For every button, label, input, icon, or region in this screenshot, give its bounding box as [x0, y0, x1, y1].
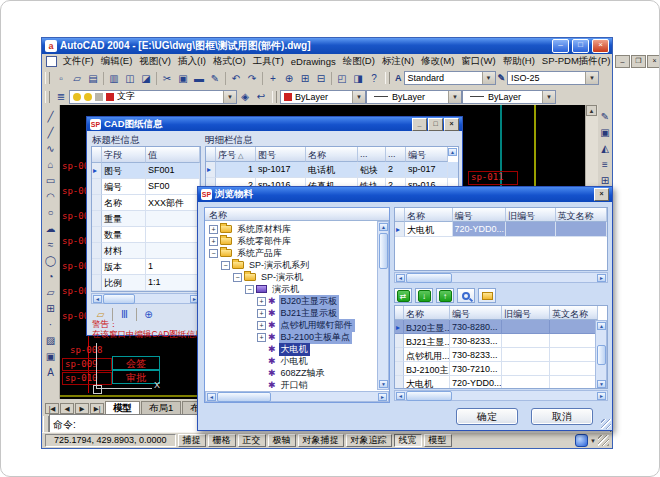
status-chevron-down-icon[interactable]: ▼ — [590, 438, 596, 444]
field-cell[interactable]: 重量 — [102, 211, 146, 227]
tree-item[interactable]: −SP-演示机 — [233, 271, 305, 283]
field-cell[interactable]: 编号 — [102, 179, 146, 195]
scroll-right-icon[interactable]: ► — [378, 393, 387, 401]
chevron-down-icon[interactable]: ▼ — [352, 91, 365, 103]
offset-button[interactable]: ≡ — [597, 156, 613, 172]
english-name-cell[interactable] — [550, 334, 598, 348]
snap-toggle[interactable]: 捕捉 — [178, 434, 206, 447]
menu-sp-pdm-plugin[interactable]: SP-PDM插件(P) — [538, 55, 614, 68]
new-button[interactable]: ▫ — [53, 70, 69, 86]
field-cell[interactable]: 材料 — [102, 243, 146, 259]
dialog-title-bar[interactable]: SP 浏览物料 × — [198, 187, 612, 202]
code-cell[interactable]: 730-8233... — [450, 348, 502, 362]
tree-item[interactable]: −系统产品库 — [209, 247, 284, 259]
code-cell[interactable]: sp-017 — [406, 162, 448, 178]
chevron-down-icon[interactable]: ▼ — [542, 91, 555, 103]
tab-model[interactable]: 模型 — [105, 401, 140, 414]
designcenter-button[interactable]: ◰ — [334, 70, 350, 86]
tree-item[interactable]: −演示机 — [245, 283, 301, 295]
insert-block-button[interactable]: ▱ — [43, 284, 59, 300]
menu-insert[interactable]: 插入(I) — [174, 55, 209, 68]
chevron-down-icon[interactable]: ▼ — [223, 91, 236, 103]
scroll-right-icon[interactable]: ► — [597, 392, 606, 400]
copy-button[interactable]: ▣ — [175, 70, 191, 86]
lineweight-combo[interactable]: ByLayer ▼ — [462, 90, 556, 104]
dialog-maximize-button[interactable]: □ — [428, 118, 443, 131]
title-block-hscrollbar[interactable]: ◄ ► — [91, 293, 201, 304]
maximize-button[interactable] — [572, 39, 589, 53]
code-cell[interactable]: 730-8233... — [450, 334, 502, 348]
tree-item[interactable]: +点钞机用螺钉部件 — [257, 319, 355, 331]
close-button[interactable] — [592, 39, 609, 53]
scroll-left-icon[interactable]: ◄ — [396, 274, 405, 282]
last-tab-button[interactable]: ▶| — [90, 403, 104, 414]
tree-item[interactable]: +系统原材料库 — [209, 223, 293, 235]
layer-combo[interactable]: 文字 ▼ — [69, 90, 237, 104]
child-minimize-button[interactable] — [615, 55, 630, 68]
column-header-old-code[interactable]: 旧编号 — [502, 306, 550, 320]
toolbar-grip[interactable] — [272, 91, 277, 103]
tree-hscrollbar[interactable]: ◄ ► — [205, 391, 389, 402]
selected-material-hscrollbar[interactable]: ◄ ► — [394, 272, 608, 283]
scroll-up-icon[interactable]: ▲ — [379, 223, 388, 231]
field-cell[interactable]: 图号 — [102, 163, 146, 179]
old-code-cell[interactable] — [506, 222, 556, 237]
name-cell[interactable]: BJ-2100主... — [404, 362, 450, 376]
column-header-value[interactable]: 值 — [146, 147, 200, 163]
text-style-combo[interactable]: Standard ▼ — [404, 71, 496, 85]
construction-line-button[interactable]: ╱ — [43, 124, 59, 140]
browse-folder-button[interactable] — [478, 288, 496, 303]
scroll-down-icon[interactable]: ▼ — [597, 380, 606, 388]
scroll-thumb[interactable] — [406, 391, 452, 401]
tree-item[interactable]: +BJ-2100主板单点 — [257, 331, 352, 343]
toolbar-grip[interactable] — [385, 72, 390, 84]
column-header-code[interactable]: 编号 — [450, 306, 502, 320]
column-header-ellipsis[interactable]: ... — [358, 147, 386, 162]
remove-up-button[interactable]: ↑ — [436, 288, 454, 303]
minimize-button[interactable] — [552, 39, 569, 53]
ok-button[interactable]: 确定 — [456, 408, 518, 425]
chevron-down-icon[interactable]: ▼ — [482, 72, 495, 84]
english-name-cell[interactable] — [550, 376, 598, 389]
menu-file[interactable]: 文件(F) — [59, 55, 97, 68]
scroll-up-icon[interactable]: ▲ — [597, 322, 606, 330]
column-header-name[interactable]: 名称 — [404, 306, 450, 320]
zoom-realtime-button[interactable]: ⊕ — [281, 70, 297, 86]
properties-button[interactable]: ◨ — [350, 70, 366, 86]
value-cell[interactable]: SF001 — [146, 163, 200, 179]
seq-cell[interactable]: 1 — [216, 162, 256, 178]
color-combo[interactable]: ByLayer ▼ — [280, 90, 366, 104]
undo-button[interactable]: ↶ — [228, 70, 244, 86]
tab-layout1[interactable]: 布局1 — [141, 401, 181, 414]
tree-item[interactable]: 608ZZ轴承 — [257, 367, 327, 379]
tree-item[interactable]: 小电机 — [257, 355, 310, 367]
redo-button[interactable]: ↷ — [244, 70, 260, 86]
menu-tools[interactable]: 工具(T) — [249, 55, 287, 68]
field-cell[interactable]: 数量 — [102, 227, 146, 243]
value-cell[interactable]: SF00 — [146, 179, 200, 195]
plot-button[interactable]: ▥ — [106, 70, 122, 86]
layer-previous-button[interactable]: ↩ — [253, 89, 269, 105]
save-button[interactable]: ▤ — [85, 70, 101, 86]
tree-item[interactable]: −SP-演示机系列 — [221, 259, 311, 271]
scroll-right-icon[interactable]: ► — [597, 274, 606, 282]
menu-draw[interactable]: 绘图(D) — [339, 55, 378, 68]
name-cell[interactable]: 大电机 — [405, 222, 453, 237]
first-tab-button[interactable]: |◀ — [45, 403, 59, 414]
polygon-button[interactable]: ⌂ — [43, 156, 59, 172]
add-down-button[interactable]: ↓ — [415, 288, 433, 303]
value-cell[interactable]: 1:1 — [146, 275, 200, 291]
column-header-field[interactable]: 字段 — [102, 147, 146, 163]
pan-button[interactable]: + — [265, 70, 281, 86]
scroll-thumb[interactable] — [217, 392, 271, 402]
circle-button[interactable]: ○ — [43, 204, 59, 220]
child-close-button[interactable] — [647, 55, 660, 68]
search-button[interactable] — [457, 288, 475, 303]
menu-edit[interactable]: 编辑(E) — [97, 55, 136, 68]
value-cell[interactable] — [146, 243, 200, 259]
ortho-toggle[interactable]: 正交 — [238, 434, 266, 447]
scroll-down-icon[interactable]: ▼ — [379, 380, 388, 388]
name-cell[interactable]: BJ20主显... — [404, 320, 450, 334]
dialog-close-button[interactable]: × — [594, 188, 609, 201]
old-code-cell[interactable] — [502, 334, 550, 348]
